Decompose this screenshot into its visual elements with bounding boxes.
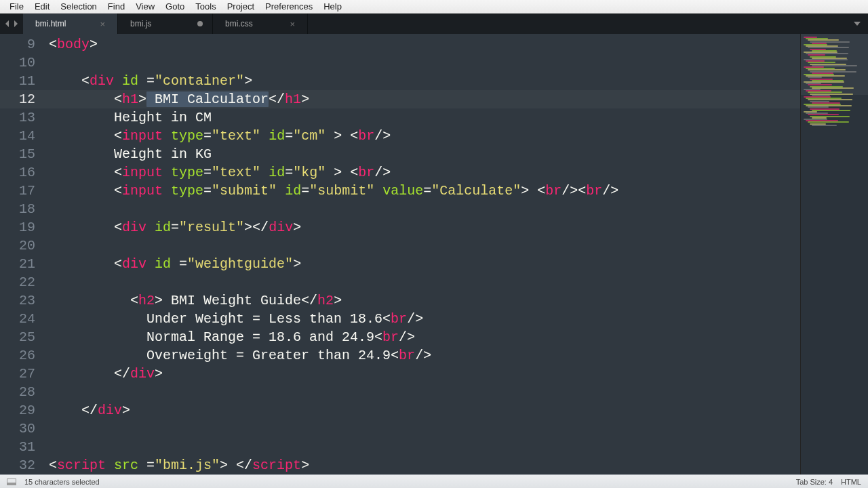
line-number: 19 — [0, 218, 35, 237]
code-line[interactable]: <script src ="bmi.js"> </script> — [49, 456, 800, 474]
line-number: 28 — [0, 383, 35, 401]
code-line[interactable] — [49, 54, 800, 72]
tab-label: bmi.js — [130, 19, 197, 28]
arrow-left-icon — [4, 20, 11, 27]
tab-nav-arrows[interactable] — [0, 14, 23, 34]
tab-bar: bmi.html × bmi.js bmi.css × — [0, 14, 868, 34]
code-line[interactable] — [49, 420, 800, 438]
code-line[interactable]: </div> — [49, 365, 800, 383]
menu-file[interactable]: File — [4, 0, 29, 13]
status-bar: 15 characters selected Tab Size: 4 HTML — [0, 474, 868, 488]
line-number: 25 — [0, 328, 35, 346]
line-number: 10 — [0, 54, 35, 72]
code-line[interactable]: <input type="text" id="kg" > <br/> — [49, 163, 800, 182]
tab-label: bmi.html — [35, 19, 97, 28]
menu-find[interactable]: Find — [102, 0, 130, 13]
status-selection: 15 characters selected — [24, 478, 100, 486]
menu-help[interactable]: Help — [318, 0, 347, 13]
code-line[interactable] — [49, 383, 800, 401]
code-line[interactable]: Normal Range = 18.6 and 24.9<br/> — [49, 328, 800, 346]
tab-bmi-js[interactable]: bmi.js — [118, 14, 213, 34]
tab-overflow-button[interactable] — [846, 14, 868, 34]
line-number: 31 — [0, 438, 35, 456]
menu-selection[interactable]: Selection — [55, 0, 102, 13]
tab-label: bmi.css — [225, 19, 287, 28]
code-line[interactable] — [49, 438, 800, 456]
arrow-right-icon — [12, 20, 19, 27]
line-number: 24 — [0, 310, 35, 328]
menu-tools[interactable]: Tools — [190, 0, 221, 13]
panel-toggle-icon[interactable] — [7, 479, 16, 485]
code-line[interactable]: <div id ="container"> — [49, 72, 800, 90]
code-line[interactable] — [49, 273, 800, 291]
tab-bmi-css[interactable]: bmi.css × — [213, 14, 308, 34]
line-number: 27 — [0, 365, 35, 383]
code-line[interactable]: </div> — [49, 401, 800, 420]
status-syntax[interactable]: HTML — [841, 478, 861, 486]
code-line[interactable]: <input type="submit" id="submit" value="… — [49, 182, 800, 200]
line-number: 15 — [0, 145, 35, 163]
line-number: 13 — [0, 108, 35, 127]
line-number: 9 — [0, 35, 35, 54]
code-line[interactable]: <div id="result"></div> — [49, 218, 800, 237]
code-line[interactable]: <div id ="weightguide"> — [49, 255, 800, 273]
code-line[interactable]: <input type="text" id="cm" > <br/> — [49, 127, 800, 145]
code-line[interactable]: <h2> BMI Weight Guide</h2> — [49, 291, 800, 310]
dirty-indicator-icon — [197, 21, 203, 26]
line-number: 18 — [0, 200, 35, 218]
tab-bmi-html[interactable]: bmi.html × — [23, 14, 118, 34]
line-number: 30 — [0, 420, 35, 438]
line-number: 29 — [0, 401, 35, 420]
menu-bar: File Edit Selection Find View Goto Tools… — [0, 0, 868, 14]
line-number: 23 — [0, 291, 35, 310]
close-icon[interactable]: × — [97, 19, 108, 29]
minimap-line — [812, 125, 837, 126]
code-line[interactable]: Weight in KG — [49, 145, 800, 163]
menu-goto[interactable]: Goto — [160, 0, 190, 13]
menu-preferences[interactable]: Preferences — [260, 0, 318, 13]
code-line[interactable]: Overweight = Greater than 24.9<br/> — [49, 346, 800, 365]
code-line[interactable] — [49, 237, 800, 255]
line-number: 17 — [0, 182, 35, 200]
code-line[interactable]: Under Weight = Less than 18.6<br/> — [49, 310, 800, 328]
line-number: 11 — [0, 72, 35, 90]
line-number: 22 — [0, 273, 35, 291]
status-tab-size[interactable]: Tab Size: 4 — [796, 478, 833, 486]
line-number: 21 — [0, 255, 35, 273]
editor[interactable]: 9101112131415161718192021222324252627282… — [0, 34, 868, 474]
line-number: 32 — [0, 456, 35, 474]
menu-view[interactable]: View — [130, 0, 160, 13]
line-number: 26 — [0, 346, 35, 365]
line-number: 20 — [0, 237, 35, 255]
code-line[interactable]: <body> — [49, 35, 800, 54]
menu-edit[interactable]: Edit — [29, 0, 55, 13]
code-line[interactable] — [49, 200, 800, 218]
close-icon[interactable]: × — [287, 19, 298, 29]
code-area[interactable]: <body> <div id ="container"> <h1> BMI Ca… — [45, 34, 800, 474]
line-number: 16 — [0, 163, 35, 182]
code-line[interactable]: <h1> BMI Calculator</h1> — [49, 90, 800, 108]
line-number: 14 — [0, 127, 35, 145]
menu-project[interactable]: Project — [222, 0, 260, 13]
code-line[interactable]: Height in CM — [49, 108, 800, 127]
minimap-line — [812, 110, 850, 111]
minimap[interactable] — [800, 34, 868, 474]
chevron-down-icon — [853, 20, 861, 27]
